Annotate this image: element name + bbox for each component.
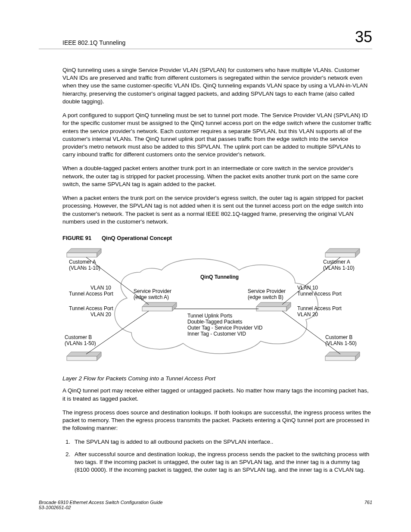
label: VLAN 10	[297, 285, 318, 291]
label: Customer B	[65, 334, 92, 340]
footer-left: Brocade 6910 Ethernet Access Switch Conf…	[39, 500, 163, 510]
label: VLAN 20	[297, 311, 318, 317]
label: QinQ Tunneling	[200, 274, 239, 280]
paragraph: When a double-tagged packet enters anoth…	[62, 165, 372, 188]
paragraph: When a packet enters the trunk port on t…	[62, 194, 372, 226]
svg-rect-10	[256, 307, 286, 311]
paragraph: The ingress process does source and dest…	[62, 409, 372, 432]
label: (VLANs 1-50)	[325, 340, 357, 346]
svg-marker-12	[67, 352, 101, 356]
book-title: Brocade 6910 Ethernet Access Switch Conf…	[39, 500, 163, 505]
chapter-number: 35	[355, 28, 372, 46]
numbered-list: The SPVLAN tag is added to all outbound …	[62, 438, 372, 474]
body-content-2: Layer 2 Flow for Packets Coming into a T…	[62, 375, 372, 474]
figure-diagram: QinQ Tunneling Customer A (VLANs 1-10) C…	[62, 246, 372, 367]
switch-icon	[325, 352, 360, 361]
qinq-diagram-svg: QinQ Tunneling Customer A (VLANs 1-10) C…	[62, 246, 364, 367]
label: Tunnel Access Port	[69, 305, 114, 311]
label: (VLANs 1-10)	[69, 265, 100, 271]
list-item: The SPVLAN tag is added to all outbound …	[72, 438, 372, 446]
label: Service Provider	[248, 288, 286, 294]
label: VLAN 20	[90, 311, 111, 317]
svg-marker-9	[256, 302, 291, 307]
label: Service Provider	[134, 288, 171, 294]
section-title: IEEE 802.1Q Tunneling	[39, 39, 125, 46]
label: Inner Tag - Customer VID	[187, 331, 246, 337]
label: (VLANs 1-50)	[65, 340, 96, 346]
svg-rect-16	[325, 356, 355, 361]
svg-rect-13	[67, 356, 97, 361]
page-number: 761	[364, 500, 372, 505]
label: (edge switch B)	[248, 294, 283, 300]
footer-right: 761	[364, 500, 372, 510]
label: (VLANs 1-10)	[323, 265, 355, 271]
switch-icon	[325, 249, 360, 257]
svg-rect-7	[142, 307, 172, 311]
label: Tunnel Access Port	[297, 305, 342, 311]
svg-marker-3	[325, 249, 360, 253]
paragraph: A port configured to support QinQ tunnel…	[62, 112, 372, 159]
figure-caption: FIGURE 91 QinQ Operational Concept	[62, 234, 372, 242]
label: VLAN 10	[90, 285, 111, 291]
link-line	[86, 311, 149, 354]
label: Double-Tagged Packets	[187, 319, 242, 325]
doc-number: 53-1002651-02	[39, 505, 163, 510]
page-footer: Brocade 6910 Ethernet Access Switch Conf…	[39, 500, 372, 510]
label: Customer B	[325, 334, 352, 340]
svg-marker-0	[67, 249, 101, 253]
page: IEEE 802.1Q Tunneling 35 QinQ tunneling …	[0, 0, 411, 527]
figure-label: FIGURE 91	[62, 235, 91, 241]
paragraph: A QinQ tunnel port may receive either ta…	[62, 387, 372, 402]
body-content: QinQ tunneling uses a single Service Pro…	[62, 66, 372, 242]
figure-title: QinQ Operational Concept	[102, 235, 172, 241]
label: Tunnel Uplink Ports	[187, 313, 232, 319]
label: Tunnel Access Port	[69, 291, 114, 297]
page-header: IEEE 802.1Q Tunneling 35	[39, 28, 372, 49]
svg-marker-15	[325, 352, 360, 356]
paragraph: QinQ tunneling uses a single Service Pro…	[62, 66, 372, 106]
switch-icon	[67, 249, 101, 257]
switch-icon	[256, 302, 291, 311]
svg-rect-1	[67, 253, 97, 257]
svg-rect-4	[325, 253, 355, 257]
label: Customer A	[323, 259, 350, 265]
switch-icon	[67, 352, 101, 361]
label: Customer A	[69, 259, 96, 265]
label: (edge switch A)	[134, 294, 169, 300]
list-item: After successful source and destination …	[72, 451, 372, 474]
label: Tunnel Access Port	[297, 291, 342, 297]
svg-marker-6	[142, 302, 177, 307]
label: Outer Tag - Service Provider VID	[187, 325, 263, 331]
sub-heading: Layer 2 Flow for Packets Coming into a T…	[62, 375, 372, 383]
